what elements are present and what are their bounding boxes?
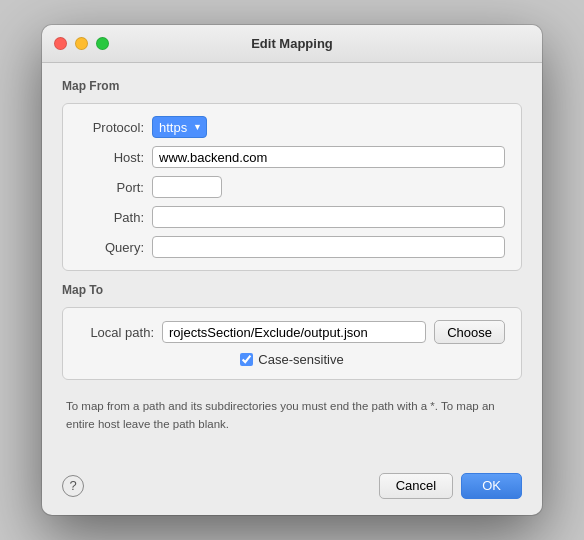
path-input[interactable]: [152, 206, 505, 228]
chevron-down-icon: ▼: [193, 122, 202, 132]
protocol-select-wrapper[interactable]: https http ftp ▼: [152, 116, 207, 138]
host-row: Host:: [79, 146, 505, 168]
help-button[interactable]: ?: [62, 475, 84, 497]
map-from-label: Map From: [62, 79, 522, 93]
local-path-label: Local path:: [79, 325, 154, 340]
window-controls: [54, 37, 109, 50]
protocol-select[interactable]: https http ftp: [159, 120, 190, 135]
map-to-box: Local path: Choose Case-sensitive: [62, 307, 522, 380]
case-sensitive-row: Case-sensitive: [79, 352, 505, 367]
port-input[interactable]: [152, 176, 222, 198]
map-from-box: Protocol: https http ftp ▼ Host: Port:: [62, 103, 522, 271]
close-button[interactable]: [54, 37, 67, 50]
port-label: Port:: [79, 180, 144, 195]
case-sensitive-checkbox[interactable]: [240, 353, 253, 366]
query-input[interactable]: [152, 236, 505, 258]
protocol-label: Protocol:: [79, 120, 144, 135]
host-label: Host:: [79, 150, 144, 165]
query-row: Query:: [79, 236, 505, 258]
case-sensitive-label[interactable]: Case-sensitive: [258, 352, 343, 367]
protocol-row: Protocol: https http ftp ▼: [79, 116, 505, 138]
titlebar: Edit Mapping: [42, 25, 542, 63]
maximize-button[interactable]: [96, 37, 109, 50]
local-path-row: Local path: Choose: [79, 320, 505, 344]
path-row: Path:: [79, 206, 505, 228]
host-input[interactable]: [152, 146, 505, 168]
dialog-footer: ? Cancel OK: [42, 465, 542, 515]
path-label: Path:: [79, 210, 144, 225]
choose-button[interactable]: Choose: [434, 320, 505, 344]
dialog-content: Map From Protocol: https http ftp ▼ Host…: [42, 63, 542, 465]
dialog-window: Edit Mapping Map From Protocol: https ht…: [42, 25, 542, 515]
local-path-input[interactable]: [162, 321, 426, 343]
dialog-title: Edit Mapping: [251, 36, 333, 51]
ok-button[interactable]: OK: [461, 473, 522, 499]
port-row: Port:: [79, 176, 505, 198]
minimize-button[interactable]: [75, 37, 88, 50]
map-to-label: Map To: [62, 283, 522, 297]
cancel-button[interactable]: Cancel: [379, 473, 453, 499]
info-text: To map from a path and its subdirectorie…: [62, 392, 522, 439]
query-label: Query:: [79, 240, 144, 255]
footer-actions: Cancel OK: [379, 473, 522, 499]
